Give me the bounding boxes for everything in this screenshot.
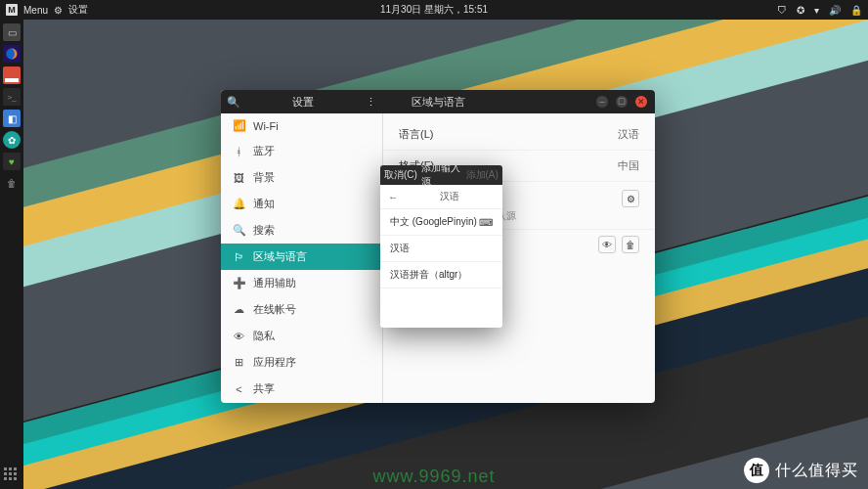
sidebar-item-notifications[interactable]: 🔔通知 (221, 191, 382, 217)
dialog-header: 取消(C) 添加输入源 添加(A) (380, 165, 502, 185)
cloud-icon: ☁ (233, 303, 245, 316)
language-value: 汉语 (618, 127, 639, 142)
dock-item-tweaks[interactable]: ♥ (3, 153, 21, 170)
lock-icon[interactable]: 🔒 (850, 5, 862, 16)
input-options-button[interactable]: ⚙ (622, 190, 639, 207)
sidebar-item-accessibility[interactable]: ➕通用辅助 (221, 270, 382, 296)
settings-sidebar: 📶Wi-Fi ᚼ蓝牙 🖼背景 🔔通知 🔍搜索 🏳区域与语言 ➕通用辅助 ☁在线帐… (221, 113, 383, 403)
breadcrumb-label: 汉语 (404, 190, 495, 203)
gear-icon: ⚙ (54, 5, 63, 16)
dock-item-software[interactable]: ◧ (3, 110, 21, 127)
dock-item-settings[interactable]: ✿ (3, 131, 21, 149)
dialog-add-button[interactable]: 添加(A) (461, 165, 502, 185)
back-icon[interactable]: ← (388, 192, 398, 202)
dialog-cancel-button[interactable]: 取消(C) (380, 165, 421, 185)
ime-remove-button[interactable]: 🗑 (622, 236, 639, 253)
background-icon: 🖼 (233, 172, 245, 184)
flag-icon: 🏳 (233, 251, 245, 263)
language-row[interactable]: 语言(L) 汉语 (383, 119, 655, 151)
sidebar-item-wifi[interactable]: 📶Wi-Fi (221, 113, 382, 138)
left-dock: ▭ >_ ◧ ✿ ♥ 🗑 (0, 20, 23, 489)
sidebar-item-background[interactable]: 🖼背景 (221, 164, 382, 191)
bell-icon: 🔔 (233, 198, 245, 210)
panel-left-title: 设置 (246, 95, 359, 110)
brand-logo: 值 什么值得买 (744, 458, 858, 483)
keyboard-icon: ⌨ (479, 217, 493, 228)
wifi-icon: 📶 (233, 119, 245, 132)
dock-item-trash[interactable]: 🗑 (3, 174, 21, 192)
plus-icon: ➕ (233, 277, 245, 289)
ime-option-chinese[interactable]: 汉语 (380, 236, 502, 262)
window-titlebar[interactable]: 🔍 设置 ⋮ 区域与语言 – ☐ ✕ (221, 90, 655, 113)
ime-indicator-icon[interactable]: ✪ (797, 5, 804, 16)
dock-item-files[interactable]: ▭ (3, 23, 21, 41)
window-close-button[interactable]: ✕ (635, 96, 647, 108)
dock-item-terminal[interactable]: >_ (3, 88, 21, 106)
brand-text: 什么值得买 (775, 461, 858, 481)
hamburger-menu-icon[interactable]: ⋮ (359, 96, 383, 109)
sidebar-item-bluetooth[interactable]: ᚼ蓝牙 (221, 138, 382, 164)
eye-icon: 👁 (233, 331, 245, 342)
volume-icon[interactable]: 🔊 (829, 5, 841, 16)
menu-button[interactable]: Menu (23, 5, 48, 16)
sidebar-item-sound[interactable]: 🔊声音 (221, 402, 382, 403)
sidebar-item-region-language[interactable]: 🏳区域与语言 (221, 244, 382, 270)
clock[interactable]: 11月30日 星期六，15:51 (380, 3, 488, 17)
window-minimize-button[interactable]: – (596, 96, 608, 108)
show-apps-button[interactable] (4, 467, 20, 483)
manjaro-logo-icon[interactable]: M (6, 4, 18, 16)
bluetooth-icon: ᚼ (233, 146, 245, 157)
watermark-text: www.9969.net (372, 467, 495, 487)
search-icon[interactable]: 🔍 (221, 96, 246, 109)
search-icon: 🔍 (233, 224, 245, 237)
sidebar-item-privacy[interactable]: 👁隐私 (221, 323, 382, 349)
dock-item-firefox[interactable] (3, 45, 21, 63)
ime-option-pinyin-altgr[interactable]: 汉语拼音（altgr） (380, 262, 502, 289)
share-icon: < (233, 383, 245, 395)
formats-value: 中国 (618, 158, 639, 173)
sidebar-item-online-accounts[interactable]: ☁在线帐号 (221, 296, 382, 323)
ime-preview-button[interactable]: 👁 (598, 236, 616, 253)
top-panel: M Menu ⚙ 设置 11月30日 星期六，15:51 ⛉ ✪ ▾ 🔊 🔒 (0, 0, 868, 20)
grid-icon: ⊞ (233, 356, 245, 369)
sidebar-item-search[interactable]: 🔍搜索 (221, 217, 382, 244)
network-icon[interactable]: ▾ (814, 5, 819, 16)
dock-item-screenshot[interactable] (3, 67, 21, 84)
brand-badge: 值 (744, 458, 769, 483)
panel-center-title: 区域与语言 (412, 95, 465, 110)
window-maximize-button[interactable]: ☐ (616, 96, 628, 108)
sidebar-item-applications[interactable]: ⊞应用程序 (221, 349, 382, 376)
dialog-title: 添加输入源 (421, 165, 462, 185)
language-label: 语言(L) (399, 127, 433, 142)
shield-icon[interactable]: ⛉ (777, 5, 787, 16)
add-input-source-dialog: 取消(C) 添加输入源 添加(A) ← 汉语 中文 (GooglePinyin)… (380, 165, 502, 328)
ime-option-google-pinyin[interactable]: 中文 (GooglePinyin) ⌨ (380, 209, 502, 236)
sidebar-item-sharing[interactable]: <共享 (221, 376, 382, 402)
active-app-label[interactable]: 设置 (68, 3, 88, 17)
